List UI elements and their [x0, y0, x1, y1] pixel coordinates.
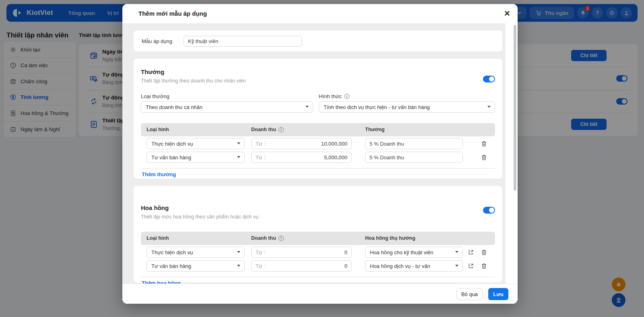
modal-header: Thêm mới mẫu áp dụng ✕ [122, 4, 518, 23]
col-header-bonus: Thưởng [365, 127, 384, 132]
modal-scrollbar[interactable] [514, 25, 516, 191]
bonus-card: Thưởng Thiết lập thưởng theo doanh thu c… [134, 59, 502, 179]
template-name-input[interactable] [184, 36, 302, 47]
screen: KiotViet Tổng quan Vị trí Hàng hóa Bán O… [0, 0, 644, 317]
col-header-type: Loại hình [147, 235, 169, 241]
trash-icon [481, 249, 487, 256]
bonus-toggle[interactable] [483, 76, 495, 82]
info-icon: i [279, 236, 284, 241]
bonus-row-revenue-input[interactable]: Từ 5,000,000 [251, 152, 352, 163]
bonus-subtitle: Thiết lập thưởng theo doanh thu cho nhân… [141, 78, 246, 84]
bonus-row-type-select[interactable]: Tư vấn bán hàng [147, 152, 245, 163]
bonus-row-type-select[interactable]: Thực hiện dịch vụ [147, 138, 245, 149]
dropdown-arrow-icon [305, 106, 309, 108]
commission-row-revenue-input[interactable]: Từ 0 [251, 260, 352, 272]
bonus-row-revenue-input[interactable]: Từ 10,000,000 [251, 138, 352, 149]
bonus-table: Loại hình Doanh thui Thưởng Thực hiện dị… [141, 123, 495, 167]
col-header-type: Loại hình [147, 127, 169, 132]
add-bonus-link[interactable]: Thêm thưởng [142, 171, 176, 177]
template-name-label: Mẫu áp dụng [142, 38, 172, 44]
delete-row-button[interactable] [481, 249, 488, 256]
bonus-heading: Thưởng [141, 68, 164, 75]
col-header-revenue: Doanh thui [251, 127, 284, 132]
delete-row-button[interactable] [481, 154, 488, 161]
open-commission-button[interactable] [468, 262, 475, 270]
bonus-row: Thực hiện dịch vụ Từ 10,000,000 5 % Doan… [141, 138, 495, 149]
delete-row-button[interactable] [481, 140, 488, 147]
trash-icon [481, 140, 487, 147]
close-icon[interactable]: ✕ [502, 9, 512, 19]
template-name-card: Mẫu áp dụng [134, 31, 502, 51]
commission-table: Loại hình Doanh thui Hoa hồng thụ hưởng … [141, 232, 495, 276]
save-button[interactable]: Lưu [488, 288, 508, 300]
cancel-button[interactable]: Bỏ qua [456, 288, 483, 300]
trash-icon [481, 154, 487, 161]
commission-card: Hoa hồng Thiết lập mức hoa hồng theo sản… [134, 186, 502, 282]
bonus-type-select[interactable]: Theo doanh thu cá nhân [141, 101, 313, 113]
commission-row-commission-select[interactable]: Hoa hồng cho kỹ thuật viên [365, 247, 463, 258]
col-header-commission: Hoa hồng thụ hưởng [365, 235, 415, 241]
commission-row: Tư vấn bán hàng Từ 0 Hoa hồng dịch vụ - … [141, 260, 495, 272]
bonus-type-label: Loại thưởng [141, 93, 169, 99]
commission-toggle[interactable] [483, 207, 495, 214]
commission-heading: Hoa hồng [141, 204, 169, 211]
open-commission-button[interactable] [468, 249, 475, 256]
external-link-icon [468, 249, 474, 255]
commission-row-revenue-input[interactable]: Từ 0 [251, 247, 352, 258]
dropdown-arrow-icon [487, 106, 491, 108]
info-icon: i [279, 127, 284, 132]
bonus-form-label: Hình thức i [319, 93, 349, 99]
trash-icon [481, 263, 487, 270]
modal-title: Thêm mới mẫu áp dụng [138, 10, 207, 17]
info-icon: i [344, 94, 349, 99]
bonus-form-select[interactable]: Tính theo dịch vụ thực hiện - tư vấn bán… [319, 101, 495, 113]
modal-body: Mẫu áp dụng Thưởng Thiết lập thưởng theo… [122, 23, 506, 284]
add-template-modal: Thêm mới mẫu áp dụng ✕ Mẫu áp dụng Thưởn… [122, 4, 518, 304]
delete-row-button[interactable] [481, 262, 488, 270]
bonus-row: Tư vấn bán hàng Từ 5,000,000 5 % Doanh t… [141, 152, 495, 163]
external-link-icon [468, 263, 474, 269]
col-header-revenue: Doanh thui [251, 235, 284, 241]
commission-row-type-select[interactable]: Thực hiện dịch vụ [147, 247, 245, 258]
commission-row-commission-select[interactable]: Hoa hồng dịch vụ - tư vấn [365, 260, 463, 272]
commission-row: Thực hiện dịch vụ Từ 0 Hoa hồng cho kỹ t… [141, 247, 495, 258]
modal-footer: Bỏ qua Lưu [122, 284, 518, 304]
bonus-row-bonus-input[interactable]: 5 % Doanh thu [365, 138, 463, 149]
commission-row-type-select[interactable]: Tư vấn bán hàng [147, 260, 245, 272]
commission-subtitle: Thiết lập mức hoa hồng theo sản phẩm hoặ… [141, 214, 258, 220]
bonus-row-bonus-input[interactable]: 5 % Doanh thu [365, 152, 463, 163]
